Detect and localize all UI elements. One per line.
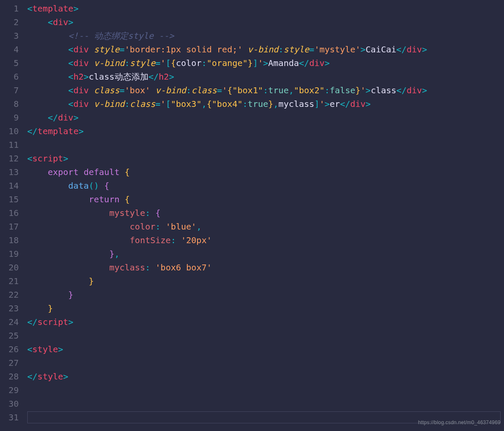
code-line[interactable]: <script>	[27, 152, 504, 165]
code-line[interactable]: }	[27, 302, 504, 315]
code-line[interactable]: <template>	[27, 2, 504, 15]
code-line[interactable]: }	[27, 274, 504, 288]
code-line[interactable]: </script>	[27, 315, 504, 329]
token-punct: >	[366, 99, 371, 109]
line-number: 28	[0, 370, 19, 383]
code-area[interactable]: <template> <div> <!-- 动态绑定style --> <div…	[24, 0, 504, 431]
line-number: 9	[0, 111, 19, 124]
token-prop: fontSize	[130, 235, 171, 245]
code-line[interactable]	[27, 397, 504, 411]
token-punct: >	[325, 99, 330, 109]
code-line[interactable]: },	[27, 247, 504, 261]
token-punct: <	[68, 58, 73, 68]
token-punct: >	[325, 58, 330, 68]
token-punct: [	[166, 99, 171, 109]
token-punct: >	[83, 72, 89, 82]
code-line[interactable]: data() {	[27, 179, 504, 193]
token-tag: template	[32, 3, 73, 14]
code-line[interactable]: mystyle: {	[27, 206, 504, 220]
line-number: 2	[0, 15, 19, 29]
token-str: '	[361, 85, 366, 95]
token-str: '	[160, 58, 166, 68]
token-str: '	[222, 85, 227, 95]
token-text: class动态添加	[89, 72, 149, 82]
code-line[interactable]: <h2>class动态添加</h2>	[27, 70, 504, 83]
token-strin: "orange"	[207, 58, 248, 68]
code-line[interactable]	[27, 329, 504, 342]
token-punct: </	[27, 317, 37, 327]
token-comment: <!-- 动态绑定style -->	[68, 31, 174, 41]
code-line[interactable]	[27, 356, 504, 370]
code-line[interactable]: <div v-bind:class='["box3",{"box4":true}…	[27, 97, 504, 111]
code-line[interactable]: <div style='border:1px solid red;' v-bin…	[27, 43, 504, 56]
token-punct: :	[125, 99, 130, 109]
token-tag: style	[37, 371, 63, 382]
code-line[interactable]: <div class='box' v-bind:class='{"box1":t…	[27, 83, 504, 97]
token-vdir: v-bind	[248, 44, 278, 55]
code-line[interactable]	[27, 138, 504, 152]
code-line[interactable]: fontSize: '20px'	[27, 233, 504, 247]
token-str: 'mystyle'	[314, 44, 360, 55]
token-vdirkey: style	[130, 58, 155, 68]
token-punct: </	[299, 58, 309, 68]
token-vdirkey: style	[284, 44, 309, 55]
code-line[interactable]	[27, 383, 504, 397]
line-number: 24	[0, 315, 19, 329]
code-line[interactable]: </template>	[27, 124, 504, 138]
token-attr: class	[94, 85, 120, 95]
code-line[interactable]: </style>	[27, 370, 504, 383]
token-punct: :	[171, 235, 176, 245]
token-str: '	[319, 99, 324, 109]
token-str: 'border:1px solid red;'	[125, 44, 243, 55]
line-number: 7	[0, 83, 19, 97]
line-number: 15	[0, 193, 19, 206]
token-kw2: true	[268, 85, 289, 95]
line-number-gutter: 1234567891011121314151617181920212223242…	[0, 0, 24, 431]
code-line[interactable]: myclass: 'box6 box7'	[27, 261, 504, 274]
token-kw2: true	[248, 99, 268, 109]
token-punct: <	[48, 17, 53, 27]
line-number: 6	[0, 70, 19, 83]
token-punct: =	[217, 85, 222, 95]
code-line[interactable]: <div v-bind:style='[{color:"orange"}]'>A…	[27, 56, 504, 70]
token-tag: h2	[73, 72, 83, 82]
code-line[interactable]: <!-- 动态绑定style -->	[27, 29, 504, 43]
line-number: 14	[0, 179, 19, 193]
token-vdir: v-bind	[94, 58, 125, 68]
token-punct: >	[68, 17, 73, 27]
line-number: 13	[0, 165, 19, 179]
line-number: 21	[0, 274, 19, 288]
code-line[interactable]: export default {	[27, 165, 504, 179]
line-number: 18	[0, 233, 19, 247]
code-line[interactable]: }	[27, 288, 504, 302]
token-tag: template	[37, 126, 78, 136]
token-vdir: v-bind	[155, 85, 186, 95]
line-number: 16	[0, 206, 19, 220]
token-punct: [	[166, 58, 171, 68]
code-editor[interactable]: 1234567891011121314151617181920212223242…	[0, 0, 504, 431]
code-line[interactable]: return {	[27, 193, 504, 206]
token-punct: ,	[115, 249, 120, 259]
token-punct: ()	[89, 181, 99, 191]
line-number: 19	[0, 247, 19, 261]
line-number: 12	[0, 152, 19, 165]
token-tag: style	[32, 344, 58, 354]
token-punct: >	[73, 112, 78, 123]
token-punct: >	[73, 3, 78, 14]
code-line[interactable]: <style>	[27, 342, 504, 356]
token-punct: <	[68, 85, 73, 95]
token-vdir: v-bind	[94, 99, 125, 109]
line-number: 4	[0, 43, 19, 56]
code-line[interactable]: </div>	[27, 111, 504, 124]
token-punct: =	[309, 44, 314, 55]
code-line[interactable]: color: 'blue',	[27, 220, 504, 233]
token-brkt2: {	[104, 181, 109, 191]
code-line[interactable]: <div>	[27, 15, 504, 29]
token-brkt: {	[125, 167, 130, 177]
token-kw2: false	[330, 85, 355, 95]
token-keyw: export	[48, 167, 78, 177]
line-number: 31	[0, 411, 19, 424]
token-text: class	[371, 85, 396, 95]
token-str: '	[258, 58, 263, 68]
token-tag: h2	[159, 72, 169, 82]
